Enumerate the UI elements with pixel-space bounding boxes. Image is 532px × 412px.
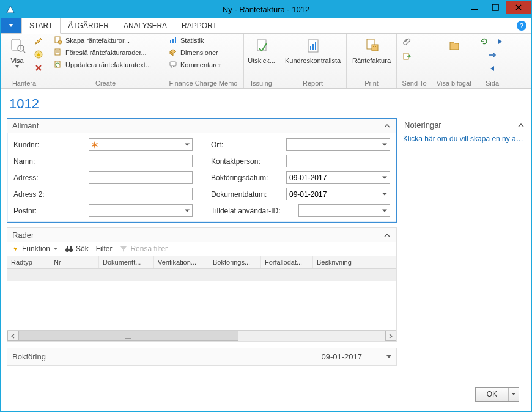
tab-analysera[interactable]: ANALYSERA [116, 18, 174, 33]
page-title: 1012 [9, 96, 525, 112]
scroll-right-button[interactable] [385, 331, 396, 341]
tilldelat-input[interactable] [298, 204, 390, 217]
tab-rapport[interactable]: RAPPORT [174, 18, 224, 33]
scroll-thumb[interactable] [18, 331, 238, 341]
svg-rect-0 [471, 9, 478, 10]
col-bokforings[interactable]: Bokförings... [209, 256, 261, 268]
col-radtyp[interactable]: Radtyp [7, 256, 50, 268]
edit-icon[interactable] [32, 35, 45, 46]
grid-body[interactable] [7, 269, 396, 330]
bolt-icon [11, 245, 20, 253]
dimensioner-button[interactable]: Dimensioner [167, 47, 223, 58]
group-report-label: Report [283, 79, 342, 88]
visa-label: Visa [10, 57, 23, 64]
col-nr[interactable]: Nr [50, 256, 99, 268]
refresh-icon[interactable] [478, 36, 490, 47]
tab-start[interactable]: START [21, 18, 61, 34]
scroll-left-button[interactable] [7, 331, 18, 341]
minimize-button[interactable] [464, 1, 485, 14]
rantefaktura-label: Räntefaktura [352, 57, 391, 64]
kund-label: Kundreskontralista [285, 57, 341, 64]
collapse-allmant-icon[interactable] [383, 122, 391, 130]
ort-label: Ort: [211, 141, 281, 149]
forward-icon[interactable] [486, 50, 498, 61]
svg-rect-36 [70, 246, 72, 249]
kontakt-input[interactable] [286, 155, 390, 167]
utskick-button[interactable]: Utskick... [248, 35, 275, 65]
col-forfallo[interactable]: Förfallodat... [261, 256, 313, 268]
uppdatera-button[interactable]: Uppdatera räntefakturatext... [52, 59, 152, 70]
postnr-input[interactable] [89, 204, 193, 217]
svg-line-6 [23, 50, 25, 53]
kontakt-label: Kontaktperson: [211, 157, 281, 166]
ok-button[interactable]: OK [475, 387, 519, 402]
export-icon[interactable] [401, 51, 413, 62]
app-icon [3, 2, 18, 17]
foresla-label: Föreslå räntefakturarader... [65, 49, 147, 56]
rensa-filter-button[interactable]: Rensa filter [119, 245, 168, 253]
funktion-button[interactable]: Funktion [11, 245, 57, 253]
dokumentdatum-input[interactable] [286, 188, 390, 200]
svg-rect-18 [175, 37, 176, 43]
dokumentdatum-label: Dokumentdatum: [211, 190, 281, 199]
ort-input[interactable] [286, 138, 390, 151]
group-create-label: Create [52, 79, 159, 88]
close-button[interactable] [506, 1, 531, 14]
svg-rect-4 [12, 39, 20, 50]
bokforingsdatum-input[interactable] [286, 171, 390, 184]
binoculars-icon [65, 245, 73, 253]
file-menu-button[interactable] [1, 18, 21, 33]
dimensions-icon [168, 48, 178, 57]
ok-dropdown[interactable] [509, 393, 519, 395]
group-fcm-label: Finance Charge Memo [167, 79, 240, 88]
new-icon[interactable] [32, 49, 45, 60]
kundnr-label: Kundnr: [13, 141, 84, 149]
svg-rect-35 [67, 246, 68, 249]
svg-rect-25 [312, 44, 314, 50]
collapse-noteringar-icon[interactable] [518, 122, 524, 128]
attach-icon[interactable] [401, 36, 413, 47]
bokforing-title: Bokföring [12, 352, 46, 361]
skapa-label: Skapa räntefakturor... [65, 37, 130, 44]
kommentarer-button[interactable]: Kommentarer [167, 59, 223, 70]
collapse-rader-icon[interactable] [383, 231, 391, 240]
skapa-button[interactable]: Skapa räntefakturor... [52, 35, 152, 46]
filter-button[interactable]: Filter [96, 245, 113, 253]
adress-input[interactable] [89, 171, 193, 184]
group-sendto-label: Send To [401, 79, 428, 88]
svg-rect-1 [492, 4, 498, 10]
noteringar-title: Noteringar [404, 120, 441, 130]
group-issuing-label: Issuing [248, 79, 275, 88]
noteringar-new-link[interactable]: Klicka här om du vill skapa en ny an... [403, 132, 525, 145]
namn-input[interactable] [89, 155, 193, 167]
statistik-button[interactable]: Statistik [167, 35, 223, 46]
titlebar: Ny - Räntefaktura - 1012 [1, 1, 531, 18]
col-verifikation[interactable]: Verifikation... [154, 256, 209, 268]
prev-icon[interactable] [486, 63, 498, 74]
tab-atgarder[interactable]: ÅTGÄRDER [61, 18, 116, 33]
maximize-button[interactable] [485, 1, 506, 14]
visa-button[interactable]: Visa [4, 35, 30, 69]
col-dokument[interactable]: Dokumentt... [99, 256, 154, 268]
kundreskontralista-button[interactable]: Kundreskontralista [283, 35, 342, 65]
comment-icon [168, 60, 178, 70]
panel-allmant: Allmänt Kundnr: ✶ [7, 118, 397, 223]
next-icon[interactable] [494, 36, 506, 47]
panel-bokforing[interactable]: Bokföring 09-01-2017 [7, 348, 397, 366]
col-beskrivning[interactable]: Beskrivning [313, 256, 396, 268]
chevron-down-icon [54, 248, 57, 250]
grid-new-row[interactable] [7, 269, 396, 281]
bokforing-value: 09-01-2017 [322, 352, 363, 361]
delete-icon[interactable] [32, 62, 45, 73]
group-visabifogat-label: Visa bifogat [436, 79, 472, 88]
adress2-input[interactable] [89, 188, 193, 200]
kommentarer-label: Kommentarer [180, 61, 221, 68]
rantefaktura-button[interactable]: Räntefaktura [350, 35, 393, 65]
group-hantera-label: Hantera [4, 79, 44, 88]
sok-button[interactable]: Sök [65, 245, 89, 253]
help-icon[interactable]: ? [517, 21, 526, 31]
visa-bifogat-button[interactable] [441, 35, 467, 57]
horizontal-scrollbar[interactable] [7, 330, 396, 341]
foresla-button[interactable]: Föreslå räntefakturarader... [52, 47, 152, 58]
kundnr-input[interactable] [89, 138, 193, 151]
